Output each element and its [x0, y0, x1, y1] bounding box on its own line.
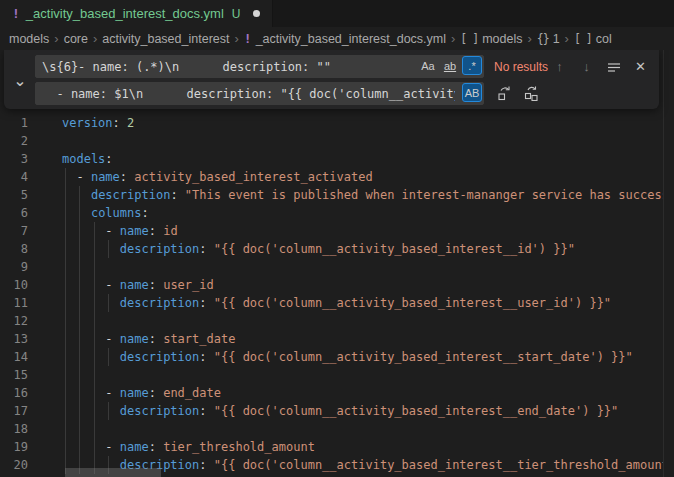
indent-guide — [94, 366, 95, 384]
find-previous-button[interactable]: ↑ — [549, 56, 570, 77]
code-line[interactable]: 14 description: "{{ doc('column__activit… — [0, 348, 674, 366]
indent-guide — [79, 384, 80, 402]
line-number: 15 — [0, 366, 28, 384]
chevron-right-icon: › — [565, 31, 569, 46]
code-line[interactable]: 8 description: "{{ doc('column__activity… — [0, 240, 674, 258]
breadcrumb: models›core›activity_based_interest›!_ac… — [0, 27, 674, 50]
line-number: 3 — [0, 150, 28, 168]
indent-guide — [94, 348, 95, 366]
code-line[interactable]: 3models: — [0, 150, 674, 168]
find-row: Aa ab .* No results ↑ ↓ — [35, 55, 651, 78]
breadcrumb-item[interactable]: [ ]models — [460, 32, 522, 46]
line-content: - name: id — [62, 222, 674, 240]
indent-guide — [94, 330, 95, 348]
indent-guide — [108, 240, 109, 258]
code-line[interactable]: 17 description: "{{ doc('column__activit… — [0, 402, 674, 420]
find-next-button[interactable]: ↓ — [576, 56, 597, 77]
code-line[interactable]: 18 — [0, 420, 674, 438]
indent-guide — [108, 294, 109, 312]
indent-guide — [65, 348, 66, 366]
indent-guide — [94, 222, 95, 240]
indent-guide — [94, 438, 95, 456]
breadcrumb-item[interactable]: [ ]col — [574, 32, 612, 46]
find-widget: ⌄ Aa ab .* No results ↑ ↓ — [4, 50, 659, 109]
indent-guide — [65, 330, 66, 348]
indent-guide — [94, 402, 95, 420]
git-status-badge: U — [232, 7, 241, 21]
indent-guide — [79, 294, 80, 312]
replace-button[interactable] — [494, 83, 515, 104]
indent-guide — [79, 438, 80, 456]
breadcrumb-item[interactable]: {}1 — [537, 32, 560, 46]
indent-guide — [79, 348, 80, 366]
breadcrumb-label: models — [482, 32, 522, 46]
breadcrumb-item[interactable]: core — [64, 32, 88, 46]
chevron-right-icon: › — [93, 31, 97, 46]
yaml-file-icon: ! — [244, 31, 252, 46]
code-line[interactable]: 13 - name: start_date — [0, 330, 674, 348]
find-in-selection-button[interactable] — [603, 56, 624, 77]
toggle-replace-button[interactable]: ⌄ — [11, 71, 29, 89]
vscode-window: ! _activity_based_interest_docs.yml U mo… — [0, 0, 674, 477]
whole-word-button[interactable]: ab — [440, 56, 460, 75]
indent-guide — [108, 402, 109, 420]
symbol-array-icon: [ ] — [460, 32, 478, 46]
code-line[interactable]: 11 description: "{{ doc('column__activit… — [0, 294, 674, 312]
find-input[interactable] — [35, 55, 484, 78]
code-line[interactable]: 19 - name: tier_threshold_amount — [0, 438, 674, 456]
indent-guide — [65, 294, 66, 312]
code-line[interactable]: 2 — [0, 132, 674, 150]
indent-guide — [65, 438, 66, 456]
line-number: 19 — [0, 438, 28, 456]
breadcrumb-item[interactable]: !_activity_based_interest_docs.yml — [244, 31, 446, 46]
indent-guide — [65, 276, 66, 294]
editor[interactable]: 1version: 223models:4 - name: activity_b… — [0, 50, 674, 477]
indent-guide — [108, 348, 109, 366]
code-line[interactable]: 7 - name: id — [0, 222, 674, 240]
indent-guide — [94, 420, 95, 438]
breadcrumb-item[interactable]: activity_based_interest — [102, 32, 229, 46]
breadcrumb-item[interactable]: models — [9, 32, 49, 46]
replace-icon — [497, 86, 512, 101]
line-content: - name: tier_threshold_amount — [62, 438, 674, 456]
arrow-down-icon: ↓ — [583, 59, 590, 74]
code-line[interactable]: 5 description: "This event is published … — [0, 186, 674, 204]
indent-guide — [65, 402, 66, 420]
regex-button[interactable]: .* — [462, 56, 482, 75]
selection-lines-icon — [607, 60, 621, 74]
replace-row: AB — [35, 82, 651, 105]
indent-guide — [94, 384, 95, 402]
close-icon: ✕ — [635, 59, 646, 74]
tab-bar: ! _activity_based_interest_docs.yml U — [0, 0, 674, 27]
code-area[interactable]: 1version: 223models:4 - name: activity_b… — [0, 114, 674, 474]
line-number: 10 — [0, 276, 28, 294]
indent-guide — [65, 168, 66, 186]
indent-guide — [79, 366, 80, 384]
indent-guide — [65, 204, 66, 222]
editor-tab[interactable]: ! _activity_based_interest_docs.yml U — [0, 0, 273, 27]
match-case-button[interactable]: Aa — [418, 56, 438, 75]
code-line[interactable]: 10 - name: user_id — [0, 276, 674, 294]
code-line[interactable]: 12 — [0, 312, 674, 330]
code-line[interactable]: 16 - name: end_date — [0, 384, 674, 402]
line-content: description: "{{ doc('column__activity_b… — [62, 402, 674, 420]
code-line[interactable]: 4 - name: activity_based_interest_activa… — [0, 168, 674, 186]
replace-input[interactable] — [35, 82, 484, 105]
yaml-file-icon: ! — [12, 6, 20, 21]
code-line[interactable]: 1version: 2 — [0, 114, 674, 132]
modified-dot-icon[interactable] — [253, 10, 260, 17]
minimap-strip[interactable] — [663, 50, 674, 477]
scrollbar-thumb[interactable] — [65, 468, 161, 477]
preserve-case-button[interactable]: AB — [462, 83, 482, 102]
code-line[interactable]: 9 — [0, 258, 674, 276]
breadcrumb-label: _activity_based_interest_docs.yml — [256, 32, 446, 46]
replace-all-button[interactable] — [521, 83, 542, 104]
indent-guide — [94, 312, 95, 330]
horizontal-scrollbar[interactable] — [62, 468, 663, 477]
indent-guide — [94, 258, 95, 276]
line-number: 6 — [0, 204, 28, 222]
code-line[interactable]: 6 columns: — [0, 204, 674, 222]
code-line[interactable]: 15 — [0, 366, 674, 384]
breadcrumb-label: col — [596, 32, 612, 46]
close-find-button[interactable]: ✕ — [630, 56, 651, 77]
